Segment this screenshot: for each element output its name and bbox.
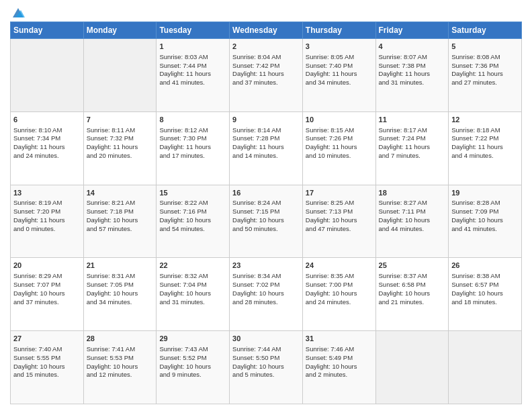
cell-info-line: and 27 minutes. xyxy=(451,79,519,87)
cell-info-line: Daylight: 10 hours xyxy=(306,363,373,371)
day-number: 7 xyxy=(87,115,154,125)
calendar-cell: 17Sunrise: 8:25 AMSunset: 7:13 PMDayligh… xyxy=(302,185,375,258)
calendar-cell: 23Sunrise: 8:34 AMSunset: 7:02 PMDayligh… xyxy=(230,258,303,331)
logo-icon xyxy=(11,7,25,19)
cell-info-line: Sunrise: 8:14 AM xyxy=(232,126,300,135)
cell-info-line: Sunrise: 8:24 AM xyxy=(232,199,300,208)
cell-info-line: and 31 minutes. xyxy=(379,79,446,87)
cell-info-line: and 5 minutes. xyxy=(232,371,300,379)
cell-info-line: Sunrise: 8:03 AM xyxy=(159,53,226,62)
cell-info-line: Sunrise: 8:12 AM xyxy=(159,126,226,135)
cell-info-line: Sunrise: 8:18 AM xyxy=(451,126,519,135)
cell-info-line: Sunrise: 8:04 AM xyxy=(232,53,300,62)
calendar-cell xyxy=(375,331,449,404)
calendar-week-row: 20Sunrise: 8:29 AMSunset: 7:07 PMDayligh… xyxy=(11,258,522,331)
cell-info-line: Sunrise: 7:40 AM xyxy=(13,345,81,354)
dow-header: Saturday xyxy=(449,22,522,39)
cell-info-line: and 34 minutes. xyxy=(306,79,373,87)
day-number: 23 xyxy=(232,261,300,271)
cell-info-line: and 2 minutes. xyxy=(306,371,373,379)
day-number: 6 xyxy=(13,115,81,125)
cell-info-line: Sunrise: 8:11 AM xyxy=(87,126,154,135)
dow-header: Friday xyxy=(375,22,449,39)
cell-info-line: and 15 minutes. xyxy=(13,371,81,379)
cell-info-line: Daylight: 11 hours xyxy=(306,70,373,79)
cell-info-line: Sunset: 7:11 PM xyxy=(379,208,446,216)
cell-info-line: Sunset: 7:02 PM xyxy=(232,281,300,289)
calendar-cell: 31Sunrise: 7:46 AMSunset: 5:49 PMDayligh… xyxy=(302,331,375,404)
cell-info-line: Sunrise: 8:17 AM xyxy=(379,126,446,135)
cell-info-line: Sunset: 7:40 PM xyxy=(306,62,373,71)
cell-info-line: Sunrise: 8:19 AM xyxy=(13,199,81,208)
cell-info-line: and 21 minutes. xyxy=(379,298,446,307)
cell-info-line: Sunset: 7:34 PM xyxy=(13,134,81,143)
cell-info-line: Sunset: 7:38 PM xyxy=(379,62,446,71)
dow-header: Thursday xyxy=(302,22,375,39)
cell-info-line: and 41 minutes. xyxy=(159,79,226,87)
cell-info-line: and 34 minutes. xyxy=(87,298,154,307)
day-number: 25 xyxy=(379,261,446,271)
calendar-cell: 27Sunrise: 7:40 AMSunset: 5:55 PMDayligh… xyxy=(11,331,84,404)
day-number: 4 xyxy=(379,42,446,52)
day-number: 1 xyxy=(159,42,226,52)
cell-info-line: Daylight: 10 hours xyxy=(232,363,300,371)
calendar-cell: 26Sunrise: 8:38 AMSunset: 6:57 PMDayligh… xyxy=(449,258,522,331)
calendar-cell: 30Sunrise: 7:44 AMSunset: 5:50 PMDayligh… xyxy=(230,331,303,404)
calendar-cell xyxy=(11,39,84,112)
cell-info-line: Sunset: 7:28 PM xyxy=(232,134,300,143)
day-number: 22 xyxy=(159,261,226,271)
day-number: 19 xyxy=(451,188,519,198)
cell-info-line: Daylight: 10 hours xyxy=(379,216,446,225)
day-number: 18 xyxy=(379,188,446,198)
calendar-cell: 29Sunrise: 7:43 AMSunset: 5:52 PMDayligh… xyxy=(157,331,230,404)
cell-info-line: Daylight: 11 hours xyxy=(232,70,300,79)
calendar-cell: 11Sunrise: 8:17 AMSunset: 7:24 PMDayligh… xyxy=(375,111,449,185)
calendar-cell: 28Sunrise: 7:41 AMSunset: 5:53 PMDayligh… xyxy=(83,331,157,404)
cell-info-line: and 31 minutes. xyxy=(159,298,226,307)
cell-info-line: Sunset: 7:26 PM xyxy=(306,134,373,143)
cell-info-line: Daylight: 10 hours xyxy=(232,216,300,225)
cell-info-line: Sunset: 7:44 PM xyxy=(159,62,226,71)
cell-info-line: and 24 minutes. xyxy=(13,152,81,161)
cell-info-line: Sunrise: 7:43 AM xyxy=(159,345,226,354)
dow-header: Wednesday xyxy=(230,22,303,39)
cell-info-line: Sunset: 7:36 PM xyxy=(451,62,519,71)
cell-info-line: Sunset: 6:58 PM xyxy=(379,281,446,289)
days-of-week-row: SundayMondayTuesdayWednesdayThursdayFrid… xyxy=(11,22,522,39)
calendar-cell: 7Sunrise: 8:11 AMSunset: 7:32 PMDaylight… xyxy=(83,111,157,185)
header xyxy=(10,7,522,16)
calendar-cell: 14Sunrise: 8:21 AMSunset: 7:18 PMDayligh… xyxy=(83,185,157,258)
cell-info-line: Sunset: 7:42 PM xyxy=(232,62,300,71)
day-number: 26 xyxy=(451,261,519,271)
cell-info-line: and 47 minutes. xyxy=(306,225,373,234)
cell-info-line: Daylight: 10 hours xyxy=(13,363,81,371)
cell-info-line: Sunset: 5:50 PM xyxy=(232,354,300,363)
day-number: 14 xyxy=(87,188,154,198)
cell-info-line: Daylight: 11 hours xyxy=(379,143,446,152)
calendar-cell: 15Sunrise: 8:22 AMSunset: 7:16 PMDayligh… xyxy=(157,185,230,258)
cell-info-line: and 57 minutes. xyxy=(87,225,154,234)
cell-info-line: Daylight: 10 hours xyxy=(159,363,226,371)
cell-info-line: and 50 minutes. xyxy=(232,225,300,234)
page: SundayMondayTuesdayWednesdayThursdayFrid… xyxy=(0,0,532,411)
cell-info-line: Daylight: 10 hours xyxy=(87,363,154,371)
cell-info-line: Sunrise: 8:22 AM xyxy=(159,199,226,208)
cell-info-line: Daylight: 10 hours xyxy=(306,216,373,225)
calendar-cell: 4Sunrise: 8:07 AMSunset: 7:38 PMDaylight… xyxy=(375,39,449,112)
calendar-cell: 3Sunrise: 8:05 AMSunset: 7:40 PMDaylight… xyxy=(302,39,375,112)
logo xyxy=(10,7,25,16)
calendar-cell: 9Sunrise: 8:14 AMSunset: 7:28 PMDaylight… xyxy=(230,111,303,185)
cell-info-line: Sunrise: 8:05 AM xyxy=(306,53,373,62)
calendar-week-row: 1Sunrise: 8:03 AMSunset: 7:44 PMDaylight… xyxy=(11,39,522,112)
cell-info-line: Sunset: 7:13 PM xyxy=(306,208,373,216)
cell-info-line: Sunrise: 8:37 AM xyxy=(379,272,446,281)
cell-info-line: Daylight: 10 hours xyxy=(159,216,226,225)
calendar-cell: 1Sunrise: 8:03 AMSunset: 7:44 PMDaylight… xyxy=(157,39,230,112)
day-number: 31 xyxy=(306,334,373,344)
day-number: 5 xyxy=(451,42,519,52)
calendar-cell: 20Sunrise: 8:29 AMSunset: 7:07 PMDayligh… xyxy=(11,258,84,331)
cell-info-line: Daylight: 10 hours xyxy=(159,289,226,298)
cell-info-line: and 28 minutes. xyxy=(232,298,300,307)
cell-info-line: Sunset: 7:09 PM xyxy=(451,208,519,216)
cell-info-line: Daylight: 10 hours xyxy=(87,216,154,225)
